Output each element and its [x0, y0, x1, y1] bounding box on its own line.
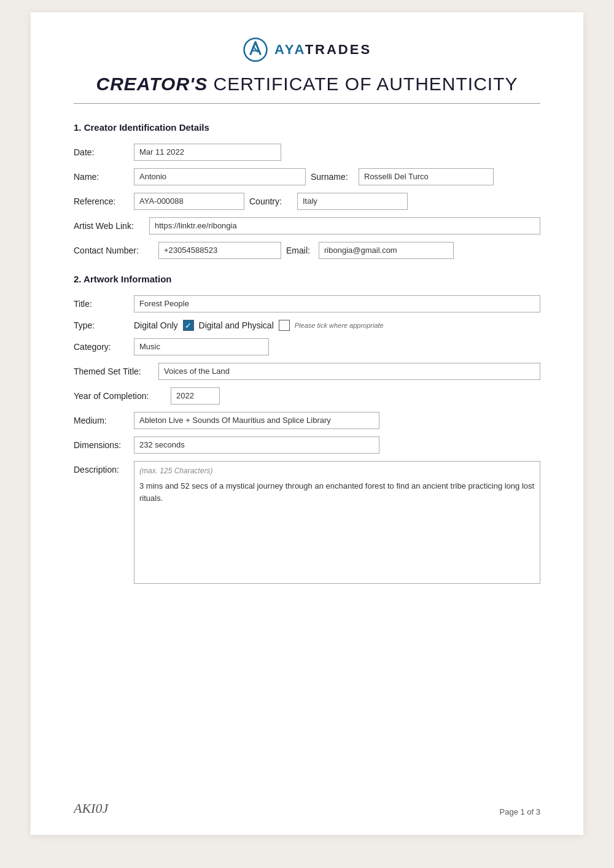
header: AYATRADES CREATOR'S CERTIFICATE OF AUTHE…	[74, 37, 540, 104]
name-field[interactable]: Antonio	[134, 168, 306, 185]
certificate-page: AYATRADES CREATOR'S CERTIFICATE OF AUTHE…	[31, 12, 583, 835]
type-digital-only-text: Digital Only	[134, 320, 178, 330]
header-divider	[74, 103, 540, 104]
dimensions-label: Dimensions:	[74, 440, 129, 450]
artwork-title-field[interactable]: Forest People	[134, 295, 540, 312]
email-label: Email:	[286, 246, 314, 255]
country-label: Country:	[249, 196, 292, 206]
name-label: Name:	[74, 172, 129, 182]
email-field[interactable]: ribongia@gmail.com	[319, 242, 454, 259]
artwork-title-row: Title: Forest People	[74, 295, 540, 312]
type-label: Type:	[74, 320, 129, 330]
logo-area: AYATRADES	[74, 37, 540, 63]
logo-text: AYATRADES	[274, 42, 371, 58]
type-row: Type: Digital Only ✓ Digital and Physica…	[74, 320, 540, 331]
weblink-row: Artist Web Link: https://linktr.ee/ribon…	[74, 217, 540, 234]
date-row: Date: Mar 11 2022	[74, 144, 540, 161]
country-field[interactable]: Italy	[297, 193, 408, 210]
type-digital-physical-text: Digital and Physical	[199, 320, 274, 330]
category-field[interactable]: Music	[134, 338, 269, 355]
surname-field[interactable]: Rosselli Del Turco	[359, 168, 494, 185]
year-label: Year of Completion:	[74, 391, 166, 401]
contact-email-row: Contact Number: +23054588523 Email: ribo…	[74, 242, 540, 259]
description-text: 3 mins and 52 secs of a mystical journey…	[139, 480, 535, 504]
section1-title: 1. Creator Identification Details	[74, 122, 540, 133]
section-creator-identification: 1. Creator Identification Details Date: …	[74, 122, 540, 259]
year-field[interactable]: 2022	[171, 387, 220, 405]
contact-field[interactable]: +23054588523	[158, 242, 281, 259]
checkbox-digital-only[interactable]: ✓	[183, 320, 194, 331]
weblink-field[interactable]: https://linktr.ee/ribongia	[149, 217, 540, 234]
dimensions-field[interactable]: 232 seconds	[134, 436, 379, 454]
artwork-title-label: Title:	[74, 299, 129, 309]
type-note: Please tick where appropriate	[295, 322, 384, 329]
category-label: Category:	[74, 342, 129, 352]
section2-title: 2. Artwork Information	[74, 274, 540, 284]
description-placeholder: (max. 125 Characters)	[139, 467, 535, 475]
themed-set-label: Themed Set Title:	[74, 366, 154, 376]
reference-field[interactable]: AYA-000088	[134, 193, 244, 210]
surname-label: Surname:	[311, 172, 354, 182]
description-label: Description:	[74, 461, 129, 475]
date-label: Date:	[74, 147, 129, 157]
reference-label: Reference:	[74, 196, 129, 206]
surname-group: Surname: Rosselli Del Turco	[311, 168, 494, 185]
weblink-label: Artist Web Link:	[74, 221, 144, 231]
footer-signature: AKI0J	[74, 800, 108, 816]
contact-label: Contact Number:	[74, 246, 154, 255]
section-artwork-information: 2. Artwork Information Title: Forest Peo…	[74, 274, 540, 584]
logo-icon	[243, 37, 268, 63]
name-surname-row: Name: Antonio Surname: Rosselli Del Turc…	[74, 168, 540, 185]
category-row: Category: Music	[74, 338, 540, 355]
medium-label: Medium:	[74, 416, 129, 425]
description-row: Description: (max. 125 Characters) 3 min…	[74, 461, 540, 584]
medium-field[interactable]: Ableton Live + Sounds Of Mauritius and S…	[134, 412, 379, 429]
footer-page-number: Page 1 of 3	[500, 807, 541, 816]
date-field[interactable]: Mar 11 2022	[134, 144, 281, 161]
themed-set-field[interactable]: Voices of the Land	[158, 363, 540, 380]
medium-row: Medium: Ableton Live + Sounds Of Mauriti…	[74, 412, 540, 429]
logo-aya: AYA	[274, 42, 305, 57]
certificate-title: CREATOR'S CERTIFICATE OF AUTHENTICITY	[74, 74, 540, 95]
themed-set-row: Themed Set Title: Voices of the Land	[74, 363, 540, 380]
page-footer: AKI0J Page 1 of 3	[74, 800, 540, 816]
email-group: Email: ribongia@gmail.com	[286, 242, 454, 259]
description-field[interactable]: (max. 125 Characters) 3 mins and 52 secs…	[134, 461, 540, 584]
logo-trades: TRADES	[305, 42, 371, 57]
checkbox-digital-physical[interactable]	[279, 320, 290, 331]
reference-country-row: Reference: AYA-000088 Country: Italy	[74, 193, 540, 210]
year-row: Year of Completion: 2022	[74, 387, 540, 405]
dimensions-row: Dimensions: 232 seconds	[74, 436, 540, 454]
country-group: Country: Italy	[249, 193, 408, 210]
